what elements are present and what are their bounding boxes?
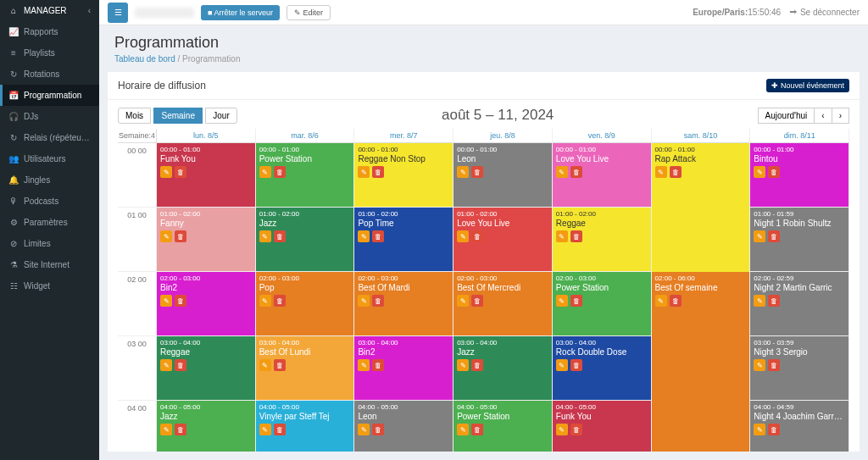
event-edit-button[interactable]: ✎ (259, 295, 271, 307)
event-edit-button[interactable]: ✎ (160, 230, 172, 242)
slot-d3-h1[interactable]: 01:00 - 02:00Love You Live✎🗑 (453, 208, 553, 272)
sidebar-item-users[interactable]: 👥Utilisateurs (0, 148, 99, 169)
event-delete-button[interactable]: 🗑 (175, 359, 186, 371)
event-edit-button[interactable]: ✎ (754, 230, 765, 242)
event-edit-button[interactable]: ✎ (259, 230, 271, 242)
sidebar-item-scheduling[interactable]: 📅Programmation (0, 85, 99, 106)
event-edit-button[interactable]: ✎ (160, 166, 172, 178)
event-edit-button[interactable]: ✎ (358, 359, 370, 371)
event[interactable]: 03:00 - 04:00Bin2✎🗑 (354, 336, 453, 400)
event-edit-button[interactable]: ✎ (754, 359, 765, 371)
event-edit-button[interactable]: ✎ (457, 230, 469, 242)
logout-button[interactable]: ⮕ Se déconnecter (789, 8, 860, 17)
day-header-5[interactable]: sam. 8/10 (652, 129, 751, 143)
event-delete-button[interactable]: 🗑 (570, 295, 582, 307)
event-delete-button[interactable]: 🗑 (274, 230, 286, 242)
event[interactable]: 00:00 - 01:00Reggae Non Stop✎🗑 (354, 143, 453, 207)
prev-button[interactable]: ‹ (814, 108, 832, 124)
slot-d6-h3[interactable]: 03:00 - 03:59Night 3 Sergio✎🗑 (750, 336, 849, 401)
sidebar-item-settings[interactable]: ⚙Paramètres (0, 212, 99, 233)
slot-d0-h3[interactable]: 03:00 - 04:00Reggae✎🗑 (157, 336, 256, 401)
day-header-3[interactable]: jeu. 8/8 (453, 129, 553, 143)
slot-d0-h2[interactable]: 02:00 - 03:00Bin2✎🗑 (157, 272, 256, 336)
slot-d1-h3[interactable]: 03:00 - 04:00Best Of Lundi✎🗑 (256, 336, 355, 401)
event-edit-button[interactable]: ✎ (655, 295, 667, 307)
event[interactable]: 03:00 - 04:00Best Of Lundi✎🗑 (256, 336, 354, 400)
event[interactable]: 01:00 - 02:00Fanny✎🗑 (157, 208, 255, 271)
slot-d2-h4[interactable]: 04:00 - 05:00Leon✎🗑 (354, 401, 453, 452)
view-month-button[interactable]: Mois (118, 108, 151, 124)
event-edit-button[interactable]: ✎ (556, 166, 568, 178)
event[interactable]: 03:00 - 04:00Reggae✎🗑 (157, 336, 255, 400)
event[interactable]: 02:00 - 03:00Best Of Mardi✎🗑 (354, 272, 453, 335)
event-delete-button[interactable]: 🗑 (768, 230, 780, 242)
view-week-button[interactable]: Semaine (153, 108, 202, 124)
event-edit-button[interactable]: ✎ (457, 295, 469, 307)
sidebar-item-relays[interactable]: ↻Relais (répéteurs) (0, 127, 99, 148)
event-delete-button[interactable]: 🗑 (372, 166, 384, 178)
today-button[interactable]: Aujourd'hui (758, 108, 815, 124)
event-edit-button[interactable]: ✎ (259, 359, 271, 371)
slot-d2-h1[interactable]: 01:00 - 02:00Pop Time✎🗑 (354, 208, 453, 272)
sidebar-item-limits[interactable]: ⊘Limites (0, 233, 99, 254)
event-delete-button[interactable]: 🗑 (471, 166, 483, 178)
slot-d4-h3[interactable]: 03:00 - 04:00Rock Double Dose✎🗑 (553, 336, 652, 401)
event[interactable]: 03:00 - 04:00Jazz✎🗑 (453, 336, 552, 400)
event[interactable]: 01:00 - 02:00Reggae✎🗑 (553, 208, 651, 271)
day-header-0[interactable]: lun. 8/5 (157, 129, 256, 143)
event-delete-button[interactable]: 🗑 (471, 359, 483, 371)
event[interactable]: 00:00 - 01:00Love You Live✎🗑 (553, 143, 651, 207)
menu-toggle[interactable]: ☰ (108, 3, 128, 23)
event-edit-button[interactable]: ✎ (358, 230, 370, 242)
event-delete-button[interactable]: 🗑 (768, 295, 780, 307)
event[interactable]: 02:00 - 03:00Pop✎🗑 (256, 272, 354, 335)
slot-d0-h1[interactable]: 01:00 - 02:00Fanny✎🗑 (157, 208, 256, 272)
event-edit-button[interactable]: ✎ (754, 166, 765, 178)
slot-d0-h0[interactable]: 00:00 - 01:00Funk You✎🗑 (157, 143, 256, 208)
sidebar-item-website[interactable]: ⚗Site Internet (0, 254, 99, 275)
slot-d3-h4[interactable]: 04:00 - 05:00Power Station✎🗑 (453, 401, 553, 452)
event[interactable]: 02:00 - 06:00Best Of semaine✎🗑 (652, 272, 750, 452)
slot-d6-h0[interactable]: 00:00 - 01:00Bintou✎🗑 (750, 143, 849, 208)
event-delete-button[interactable]: 🗑 (471, 295, 483, 307)
event-delete-button[interactable]: 🗑 (274, 295, 286, 307)
event-edit-button[interactable]: ✎ (556, 295, 568, 307)
event[interactable]: 04:00 - 05:00Power Station✎🗑 (453, 401, 552, 452)
event-edit-button[interactable]: ✎ (556, 424, 568, 435)
event-delete-button[interactable]: 🗑 (372, 424, 384, 435)
slot-d3-h3[interactable]: 03:00 - 04:00Jazz✎🗑 (453, 336, 553, 401)
event-delete-button[interactable]: 🗑 (274, 359, 286, 371)
event-delete-button[interactable]: 🗑 (570, 230, 582, 242)
event-delete-button[interactable]: 🗑 (372, 230, 384, 242)
event-edit-button[interactable]: ✎ (259, 166, 271, 178)
event-delete-button[interactable]: 🗑 (570, 359, 582, 371)
slot-d1-h4[interactable]: 04:00 - 05:00Vinyle par Steff Tej✎🗑 (256, 401, 355, 452)
slot-d1-h1[interactable]: 01:00 - 02:00Jazz✎🗑 (256, 208, 355, 272)
sidebar-brand[interactable]: ⌂ MANAGER ‹ (0, 0, 99, 21)
slot-d5-h0[interactable]: 00:00 - 01:00Rap Attack✎🗑 (652, 143, 751, 208)
event-edit-button[interactable]: ✎ (358, 424, 370, 435)
next-button[interactable]: › (832, 108, 849, 124)
slot-d4-h4[interactable]: 04:00 - 05:00Funk You✎🗑 (553, 401, 652, 452)
event-edit-button[interactable]: ✎ (754, 424, 765, 435)
event[interactable]: 02:00 - 03:00Power Station✎🗑 (553, 272, 651, 335)
event-delete-button[interactable]: 🗑 (274, 424, 286, 435)
sidebar-item-reports[interactable]: 📈Rapports (0, 21, 99, 42)
event-delete-button[interactable]: 🗑 (175, 424, 186, 435)
event[interactable]: 01:00 - 02:00Love You Live✎🗑 (453, 208, 552, 271)
event-delete-button[interactable]: 🗑 (372, 295, 384, 307)
event[interactable]: 04:00 - 05:00Jazz✎🗑 (157, 401, 255, 452)
event[interactable]: 01:00 - 01:59Night 1 Robin Shultz✎🗑 (750, 208, 849, 271)
event-delete-button[interactable]: 🗑 (175, 230, 186, 242)
day-header-4[interactable]: ven. 8/9 (553, 129, 652, 143)
event-delete-button[interactable]: 🗑 (372, 359, 384, 371)
slot-d0-h4[interactable]: 04:00 - 05:00Jazz✎🗑 (157, 401, 256, 452)
event[interactable]: 00:00 - 01:00Power Station✎🗑 (256, 143, 354, 207)
event-delete-button[interactable]: 🗑 (670, 166, 682, 178)
event[interactable]: 00:00 - 01:00Funk You✎🗑 (157, 143, 255, 207)
event-edit-button[interactable]: ✎ (160, 424, 172, 435)
event-edit-button[interactable]: ✎ (457, 359, 469, 371)
event-delete-button[interactable]: 🗑 (471, 230, 483, 242)
slot-d4-h1[interactable]: 01:00 - 02:00Reggae✎🗑 (553, 208, 652, 272)
day-header-6[interactable]: dim. 8/11 (750, 129, 849, 143)
